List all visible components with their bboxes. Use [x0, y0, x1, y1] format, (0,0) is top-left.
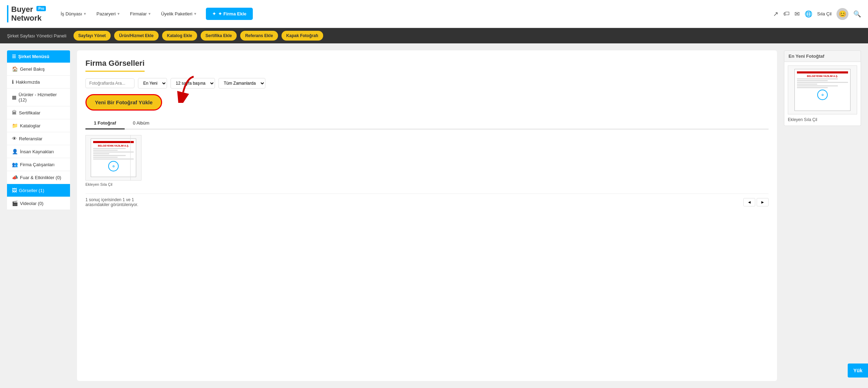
nav-item-pazaryeri[interactable]: Pazaryeri ▼ [92, 8, 124, 19]
logo[interactable]: Buyer Pro Network [7, 5, 46, 22]
chevron-down-icon: ▼ [148, 12, 151, 16]
referans-ekle-button[interactable]: Referans Ekle [240, 31, 278, 41]
doc-line [797, 80, 828, 81]
sidebar-item-videolar[interactable]: 🎬 Videolar (0) [7, 197, 70, 210]
search-icon[interactable]: 🔍 [853, 10, 861, 18]
doc-company-name: BELGEYENM.YAZILIM A.Ş. [797, 75, 848, 77]
pagination-row: 1 sonuç içerisinden 1 ve 1arasındakiler … [85, 193, 769, 207]
plus-icon: ✦ [212, 11, 216, 16]
right-panel-caption: Ekleyen Sıla Çil [788, 117, 857, 122]
upload-btn-wrapper: Yeni Bir Fotoğraf Yükle [85, 94, 162, 111]
doc-line [797, 84, 817, 85]
katalog-ekle-button[interactable]: Katalog Ekle [162, 31, 197, 41]
sidebar-item-kataloglar[interactable]: 📁 Kataloglar [7, 119, 70, 132]
sertifika-ekle-button[interactable]: Sertifika Ekle [201, 31, 237, 41]
right-panel-body: BELGEYENM.YAZILIM A.Ş. ✿ Ekleyen Sıla Çi… [784, 62, 861, 126]
nav-icons: ↗ 🏷 ✉ 🌐 Sıla Çil 😊 🔍 [773, 8, 861, 20]
sidebar-item-gorseller[interactable]: 🖼 Görseller (1) [7, 184, 70, 197]
pagination-text: 1 sonuç içerisinden 1 ve 1arasındakiler … [85, 197, 138, 207]
admin-bar-title: Şirket Sayfası Yönetici Paneli [7, 33, 67, 38]
doc-seal: ✿ [108, 161, 119, 171]
megaphone-icon: 📣 [12, 175, 18, 180]
logo-pro-badge: Pro [36, 6, 46, 11]
admin-bar: Şirket Sayfası Yönetici Paneli Sayfayı Y… [0, 28, 868, 43]
person-icon: 👤 [12, 149, 18, 154]
sayfayi-yonet-button[interactable]: Sayfayı Yönet [74, 31, 111, 41]
float-yukle-button[interactable]: Yük [848, 364, 868, 378]
menu-icon: ☰ [12, 54, 16, 59]
chevron-down-icon: ▼ [193, 12, 197, 16]
doc-line [797, 78, 838, 79]
doc-header-red [93, 141, 134, 143]
per-page-select[interactable]: 12 sayfa başına 24 sayfa başına [171, 78, 215, 89]
doc-line [797, 85, 838, 86]
external-link-icon[interactable]: ↗ [773, 10, 778, 18]
sidebar-menu-header: ☰ Şirket Menüsü [7, 50, 70, 63]
top-navigation: Buyer Pro Network İş Dünyası ▼ Pazaryeri… [0, 0, 868, 28]
doc-line [93, 155, 126, 156]
main-layout: ☰ Şirket Menüsü 🏠 Genel Bakış ℹ Hakkımız… [0, 43, 868, 388]
photo-thumbnail[interactable]: BELGEYENM.YAZILIM A.Ş. ✿ [85, 135, 141, 181]
folder-icon: 📁 [12, 123, 18, 128]
chevron-down-icon: ▼ [83, 12, 87, 16]
grid-icon: ▦ [12, 94, 16, 100]
right-panel-title: En Yeni Fotoğtaf [784, 50, 861, 62]
video-icon: 🎬 [12, 200, 18, 206]
doc-line [797, 87, 828, 88]
firma-ekle-button[interactable]: ✦ ✦ Firma Ekle [206, 8, 252, 20]
chevron-down-icon: ▼ [117, 12, 120, 16]
doc-line [93, 158, 134, 160]
tabs-row: 1 Fotoğraf 0 Albüm [85, 118, 769, 129]
photo-grid: BELGEYENM.YAZILIM A.Ş. ✿ Ekleyen Sıla Çi… [85, 135, 769, 186]
eye-icon: 👁 [12, 136, 17, 141]
mail-icon[interactable]: ✉ [794, 10, 800, 18]
doc-header-red [797, 71, 848, 73]
doc-line [797, 82, 848, 83]
user-name: Sıla Çil [817, 11, 832, 16]
nav-item-firmalar[interactable]: Firmalar ▼ [126, 8, 155, 19]
filters-row: En Yeni En Eski 12 sayfa başına 24 sayfa… [85, 78, 769, 89]
right-panel: En Yeni Fotoğtaf BELGEYENM.YAZILIM A.Ş. … [784, 50, 861, 381]
doc-line [93, 151, 134, 153]
doc-line [93, 153, 109, 154]
kapak-fotografi-button[interactable]: Kapak Fotoğrafı [282, 31, 323, 41]
people-icon: 👥 [12, 162, 18, 167]
logo-buyer: Buyer [11, 5, 33, 14]
urun-hizmet-ekle-button[interactable]: Ürün/Hizmet Ekle [114, 31, 159, 41]
sidebar-item-insan-kaynaklari[interactable]: 👤 İnsan Kaynakları [7, 145, 70, 158]
tab-album[interactable]: 0 Albüm [125, 118, 158, 129]
bookmark-icon[interactable]: 🏷 [783, 10, 790, 17]
sidebar-item-genel-bakis[interactable]: 🏠 Genel Bakış [7, 63, 70, 76]
sidebar-item-fuar-etkinlikler[interactable]: 📣 Fuar & Etkinlikler (0) [7, 171, 70, 184]
globe-icon[interactable]: 🌐 [805, 10, 812, 18]
doc-line [93, 157, 118, 158]
nav-item-is-dunyasi[interactable]: İş Dünyası ▼ [56, 8, 91, 19]
pagination-buttons: ◄ ► [743, 198, 769, 206]
image-icon: 🖼 [12, 188, 17, 193]
sidebar-item-firma-calisanlari[interactable]: 👥 Firma Çalışanları [7, 158, 70, 171]
upload-photo-button[interactable]: Yeni Bir Fotoğraf Yükle [85, 94, 162, 111]
sidebar-item-referanslar[interactable]: 👁 Referanslar [7, 132, 70, 145]
tab-fotograf[interactable]: 1 Fotoğraf [85, 118, 125, 129]
list-item: BELGEYENM.YAZILIM A.Ş. ✿ Ekleyen Sıla Çi… [85, 135, 141, 186]
sidebar: ☰ Şirket Menüsü 🏠 Genel Bakış ℹ Hakkımız… [7, 50, 70, 381]
sidebar-item-sertifikalar[interactable]: 🏛 Sertifikalar [7, 106, 70, 119]
doc-line [93, 148, 126, 149]
upload-section: Yeni Bir Fotoğraf Yükle [85, 94, 769, 111]
pagination-prev-button[interactable]: ◄ [743, 198, 755, 206]
pagination-next-button[interactable]: ► [757, 198, 769, 206]
doc-seal: ✿ [817, 90, 828, 100]
sort-select[interactable]: En Yeni En Eski [138, 78, 167, 89]
logo-network: Network [11, 14, 42, 22]
search-input[interactable] [85, 78, 134, 88]
right-panel-thumbnail[interactable]: BELGEYENM.YAZILIM A.Ş. ✿ [788, 65, 857, 114]
avatar[interactable]: 😊 [836, 8, 848, 20]
nav-item-uyelik[interactable]: Üyelik Paketleri ▼ [157, 8, 201, 19]
time-filter-select[interactable]: Tüm Zamanlarda Bu Ay Bu Yıl [218, 78, 265, 89]
sidebar-item-urunler[interactable]: ▦ Ürünler - Hizmetler (12) [7, 89, 70, 106]
right-document-preview: BELGEYENM.YAZILIM A.Ş. ✿ [794, 69, 850, 111]
divider [130, 135, 131, 180]
sidebar-item-hakkimizda[interactable]: ℹ Hakkımızda [7, 76, 70, 89]
content-area: Firma Görselleri En Yeni En Eski 12 sayf… [77, 50, 777, 381]
document-preview: BELGEYENM.YAZILIM A.Ş. ✿ [91, 139, 136, 177]
